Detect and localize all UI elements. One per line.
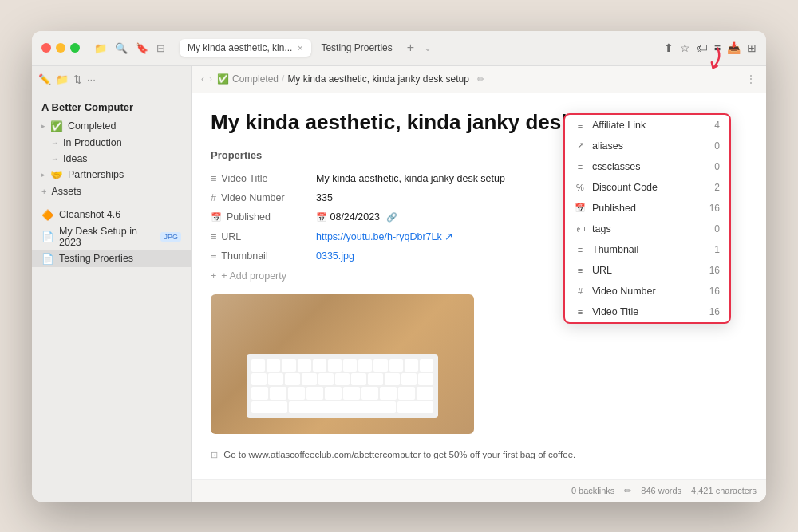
popup-row-video-number[interactable]: # Video Number 16 [565, 281, 729, 301]
backlinks-count[interactable]: 0 backlinks [571, 486, 614, 495]
popup-row-left: ≡ Video Title [575, 306, 638, 317]
popup-row-thumbnail[interactable]: ≡ Thumbnail 1 [565, 239, 729, 260]
property-label: ≡ Video Title [211, 173, 306, 184]
key [397, 401, 433, 414]
lines-icon: ≡ [575, 266, 586, 275]
key [302, 373, 317, 386]
popup-item-count: 16 [709, 306, 720, 317]
arrow-icon: → [51, 139, 58, 147]
more-options-icon[interactable]: ⋮ [745, 73, 757, 85]
sidebar-item-my-desk[interactable]: 📄 My Desk Setup in 2023 JPG [32, 223, 191, 250]
layout-icon[interactable]: ⊟ [156, 42, 165, 54]
keyboard-visual [247, 354, 438, 418]
tab-close-icon[interactable]: ✕ [297, 44, 303, 53]
key [285, 373, 300, 386]
key [401, 373, 417, 386]
property-value[interactable]: 0335.jpg [316, 250, 354, 262]
popup-row-published[interactable]: 📅 Published 16 [565, 198, 729, 219]
tabs-area: My kinda aesthetic, kin... ✕ Testing Pro… [172, 39, 658, 57]
popup-row-url[interactable]: ≡ URL 16 [565, 260, 729, 281]
key [373, 359, 387, 372]
popup-row-left: ↗ aliases [575, 140, 623, 152]
popup-row-left: % Discount Code [575, 182, 658, 193]
key [251, 373, 267, 386]
property-value[interactable]: 335 [316, 192, 333, 203]
popup-row-left: 🏷 tags [575, 223, 611, 234]
sidebar-item-completed[interactable]: ▸ ✅ Completed [32, 118, 191, 135]
forward-button[interactable]: › [209, 73, 212, 85]
search-icon[interactable]: 🔍 [115, 42, 128, 54]
tab-testing[interactable]: Testing Proerties [313, 39, 400, 57]
popup-row-video-title[interactable]: ≡ Video Title 16 [565, 301, 729, 322]
sidebar-item-assets[interactable]: + Assets [32, 183, 191, 199]
new-tab-button[interactable]: + [402, 41, 419, 55]
titlebar: 📁 🔍 🔖 ⊟ My kinda aesthetic, kin... ✕ Tes… [32, 31, 766, 66]
sidebar-item-in-production[interactable]: → In Production [32, 135, 191, 151]
property-label: ≡ URL [211, 231, 306, 242]
breadcrumb-parent[interactable]: Completed [232, 73, 279, 85]
caption-area: ⊡ Go to www.atlascoffeeclub.com/abetterc… [211, 442, 747, 468]
new-page-icon[interactable]: ✏️ [38, 73, 51, 85]
sidebar-toggle-icon[interactable]: 📁 [94, 42, 107, 54]
new-folder-icon[interactable]: 📁 [56, 73, 69, 85]
close-button[interactable] [41, 43, 51, 53]
percent-icon: % [575, 183, 586, 192]
more-icon[interactable]: ··· [87, 73, 96, 85]
popup-item-count: 16 [709, 286, 720, 297]
sidebar-item-partnerships[interactable]: ▸ 🤝 Partnerships [32, 167, 191, 183]
number-icon: # [575, 286, 586, 296]
edit-icon[interactable]: ✏ [477, 74, 484, 85]
breadcrumb: ✅ Completed / My kinda aesthetic, kinda … [217, 73, 469, 85]
popup-item-label: Thumbnail [592, 244, 638, 255]
key [282, 359, 295, 372]
property-label: 📅 Published [211, 211, 306, 223]
popup-row-discount-code[interactable]: % Discount Code 2 [565, 177, 729, 198]
popup-row-tags[interactable]: 🏷 tags 0 [565, 219, 729, 239]
breadcrumb-current: My kinda aesthetic, kinda janky desk set… [287, 73, 468, 85]
sort-icon[interactable]: ⇅ [73, 73, 82, 85]
sidebar-item-ideas[interactable]: → Ideas [32, 151, 191, 167]
arrow-icon: → [51, 155, 58, 163]
plus-icon: + [211, 270, 216, 282]
collapse-arrow-icon: ▸ [41, 171, 45, 179]
back-button[interactable]: ‹ [201, 73, 204, 85]
tab-my-kinda[interactable]: My kinda aesthetic, kin... ✕ [180, 39, 311, 57]
lines-icon: ≡ [575, 307, 586, 317]
tab-label: Testing Proerties [321, 42, 392, 53]
popup-item-count: 1 [714, 244, 720, 255]
copy-icon: ⊡ [211, 450, 218, 459]
popup-row-cssclasses[interactable]: ≡ cssclasses 0 [565, 156, 729, 177]
split-view-icon[interactable]: ⊞ [747, 41, 757, 54]
popup-row-left: ≡ Affiliate Link [575, 120, 646, 131]
sidebar-item-cleanshot[interactable]: 🔶 Cleanshot 4.6 [32, 207, 191, 223]
lines-icon: ≡ [575, 120, 586, 130]
file-icon: 🔶 [41, 209, 54, 221]
share-icon[interactable]: ⬆ [664, 41, 674, 54]
popup-row-left: ≡ URL [575, 265, 612, 276]
property-value[interactable]: https://youtu.be/h-ryqDbr7Lk ↗ [316, 231, 453, 242]
label-text: URL [221, 231, 241, 242]
popup-row-aliases[interactable]: ↗ aliases 0 [565, 136, 729, 156]
popup-item-label: Published [592, 203, 636, 214]
label-text: Video Number [221, 192, 285, 203]
keyboard-row-2 [251, 373, 433, 386]
popup-item-count: 0 [714, 161, 720, 172]
chars-label: 4,421 characters [691, 486, 757, 495]
bookmark-icon[interactable]: 🔖 [136, 42, 148, 54]
thumbnail-link[interactable]: 0335.jpg [316, 250, 354, 262]
lines-icon: ≡ [211, 231, 216, 242]
maximize-button[interactable] [70, 43, 80, 53]
tabs-dropdown-icon[interactable]: ⌄ [424, 42, 432, 53]
property-value[interactable]: 📅 08/24/2023 🔗 [316, 211, 397, 223]
popup-row-affiliate-link[interactable]: ≡ Affiliate Link 4 [565, 115, 729, 136]
sidebar-item-label: Completed [68, 120, 116, 132]
key [268, 373, 283, 386]
file-icon: 📄 [41, 253, 54, 265]
minimize-button[interactable] [56, 43, 65, 53]
popup-row-left: ≡ Thumbnail [575, 244, 638, 255]
sidebar-toolbar: ✏️ 📁 ⇅ ··· [32, 66, 191, 93]
url-link[interactable]: https://youtu.be/h-ryqDbr7Lk ↗ [316, 231, 453, 242]
property-value[interactable]: My kinda aesthetic, kinda janky desk set… [316, 173, 505, 184]
collapse-arrow-icon: ▸ [41, 122, 45, 130]
sidebar-item-testing[interactable]: 📄 Testing Proerties [32, 250, 191, 267]
